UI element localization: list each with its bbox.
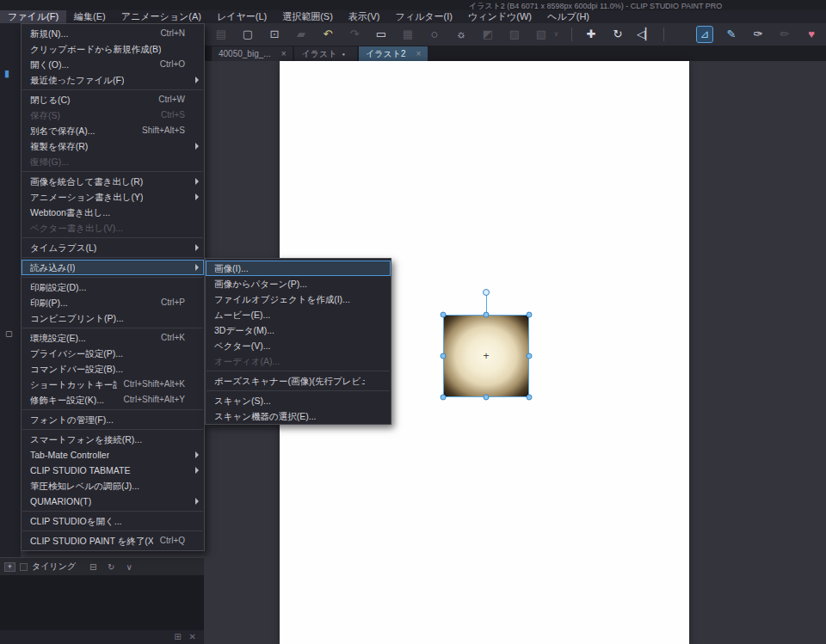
marquee-select-icon[interactable]: ▭	[373, 27, 389, 42]
file-menu-item[interactable]: ショートカットキー設定(H)... Ctrl+Shift+Alt+K	[22, 377, 204, 392]
file-menu-item	[22, 429, 203, 430]
file-menu-item[interactable]: CLIP STUDIO PAINT を終了(X) Ctrl+Q	[22, 533, 204, 549]
file-menu-item[interactable]: CLIP STUDIOを開く...	[22, 513, 204, 529]
menu-item-shortcut	[178, 174, 185, 189]
tiling-checkbox[interactable]	[20, 563, 28, 571]
menu-animation[interactable]: アニメーション(A)	[114, 10, 209, 23]
menu-layer[interactable]: レイヤー(L)	[209, 10, 274, 23]
file-menu-item[interactable]: 別名で保存(A)... Shift+Alt+S	[22, 123, 204, 138]
file-menu-item[interactable]: Webtoon書き出し...	[22, 205, 204, 220]
selected-image-object[interactable]: +	[443, 315, 529, 397]
menu-edit[interactable]: 編集(E)	[66, 10, 114, 23]
file-menu-dropdown: 新規(N)... Ctrl+N クリップボードから新規作成(B) 開く(O)..…	[21, 23, 205, 551]
file-menu-item[interactable]: 修飾キー設定(K)... Ctrl+Shift+Alt+Y	[22, 392, 204, 408]
file-menu-item[interactable]: 新規(N)... Ctrl+N	[22, 26, 204, 41]
file-menu-item[interactable]: 最近使ったファイル(F)	[22, 72, 204, 88]
rotate-icon[interactable]: ↻	[610, 27, 626, 42]
file-menu-item[interactable]: スマートフォンを接続(R)...	[22, 432, 204, 447]
move-icon[interactable]: ✚	[583, 27, 599, 42]
menu-item-label: スキャン機器の選択(E)...	[214, 408, 316, 424]
delete-icon[interactable]: ✕	[189, 632, 196, 641]
handle-middle-right[interactable]	[527, 353, 533, 359]
lasso-circle-icon[interactable]: ◌	[427, 27, 442, 42]
file-menu-item-import[interactable]: 読み込み(I)	[22, 260, 204, 275]
mask-icon: ◩	[480, 27, 496, 42]
menu-item-shortcut: Ctrl+Shift+Alt+Y	[117, 392, 185, 408]
pen-tool-icon[interactable]: ✎	[724, 27, 739, 42]
menu-view[interactable]: 表示(V)	[341, 10, 388, 23]
file-menu-item[interactable]: 画像を統合して書き出し(R)	[22, 174, 204, 189]
file-menu-item[interactable]: 印刷設定(D)...	[22, 279, 204, 295]
file-menu-item[interactable]: フォントの管理(F)...	[22, 412, 204, 427]
import-submenu-item[interactable]: ベクター(V)...	[206, 338, 391, 353]
file-menu-item[interactable]: アニメーション書き出し(Y)	[22, 189, 204, 205]
import-submenu-item[interactable]: スキャン(S)...	[206, 393, 391, 408]
menu-item-label: 別名で保存(A)...	[30, 123, 96, 138]
new-item-icon[interactable]: ⊞	[174, 632, 181, 641]
tab-illust2[interactable]: イラスト2 ×	[359, 46, 428, 61]
menu-item-label: スマートフォンを接続(R)...	[30, 432, 142, 447]
marker-tool-icon[interactable]: ✑	[750, 27, 766, 42]
import-submenu-item[interactable]: ファイルオブジェクトを作成(I)...	[206, 291, 391, 307]
handle-middle-left[interactable]	[441, 353, 447, 359]
menu-item-shortcut	[196, 429, 203, 430]
figure-tool-icon[interactable]: ⊿	[697, 27, 712, 42]
file-menu-item	[22, 89, 203, 90]
handle-bottom-center[interactable]	[484, 395, 490, 401]
file-menu-item[interactable]: タイムラプス(L)	[22, 240, 204, 255]
frame-icon[interactable]: ⊡	[267, 27, 282, 42]
heart-icon[interactable]: ♥	[804, 27, 819, 42]
file-menu-item[interactable]: CLIP STUDIO TABMATE	[22, 463, 204, 478]
tab-label: イラスト	[301, 48, 336, 60]
menu-selection[interactable]: 選択範囲(S)	[274, 10, 341, 23]
menu-help[interactable]: ヘルプ(H)	[539, 10, 597, 23]
import-submenu-item[interactable]: ポーズスキャナー(画像)(先行プレビュー)(B)...	[206, 373, 391, 389]
handle-bottom-right[interactable]	[527, 395, 533, 401]
import-submenu-item-image[interactable]: 画像(I)...	[206, 261, 391, 276]
import-submenu-item[interactable]: 画像からパターン(P)...	[206, 276, 391, 291]
import-submenu-item[interactable]: スキャン機器の選択(E)...	[206, 408, 391, 424]
file-menu-item[interactable]: プライバシー設定(P)...	[22, 346, 204, 361]
tiling-refresh-icon[interactable]: ↻	[105, 562, 117, 572]
palette-accent-icon[interactable]: ▮	[4, 68, 9, 79]
file-menu-item[interactable]: 環境設定(E)... Ctrl+K	[22, 330, 204, 346]
handle-top-right[interactable]	[527, 312, 533, 318]
handle-top-left[interactable]	[441, 312, 447, 318]
tiling-grid-icon[interactable]: ⊟	[87, 562, 99, 572]
tab-close-icon[interactable]: ×	[416, 49, 422, 58]
import-submenu-item[interactable]: ムービー(E)...	[206, 307, 391, 322]
tiling-panel-body[interactable]	[0, 575, 204, 630]
menu-window[interactable]: ウィンドウ(W)	[460, 10, 539, 23]
menu-file[interactable]: ファイル(F)	[0, 10, 66, 23]
menu-item-label: 筆圧検知レベルの調節(J)...	[30, 478, 139, 494]
blend-icon[interactable]: ☼	[453, 27, 469, 42]
tiling-add-button[interactable]: +	[4, 562, 15, 572]
menu-item-label: CLIP STUDIO TABMATE	[30, 463, 131, 478]
file-menu-item[interactable]: 印刷(P)... Ctrl+P	[22, 295, 204, 310]
file-menu-item[interactable]: コマンドバー設定(B)...	[22, 361, 204, 377]
import-submenu-item[interactable]: 3Dデータ(M)...	[206, 322, 391, 338]
file-menu-item[interactable]: Tab-Mate Controller	[22, 447, 204, 463]
file-menu-item	[22, 328, 203, 328]
tab-illust[interactable]: イラスト ●	[294, 46, 357, 61]
menu-item-shortcut	[365, 276, 372, 291]
undo-icon[interactable]: ↶	[320, 27, 336, 42]
handle-bottom-left[interactable]	[441, 395, 447, 401]
tiling-caret-icon[interactable]: ∨	[123, 562, 135, 572]
flip-icon[interactable]: ◁▏	[637, 27, 652, 42]
file-menu-item[interactable]: クリップボードから新規作成(B)	[22, 41, 204, 57]
rotation-handle[interactable]	[483, 289, 490, 296]
file-menu-item[interactable]: 開く(O)... Ctrl+O	[22, 57, 204, 72]
file-menu-item[interactable]: コンビニプリント(P)...	[22, 310, 204, 326]
file-menu-item[interactable]: 複製を保存(R)	[22, 138, 204, 154]
new-canvas-icon[interactable]: ▢	[240, 27, 256, 42]
file-menu-item[interactable]: 閉じる(C) Ctrl+W	[22, 92, 204, 107]
tab-close-icon[interactable]: ×	[281, 49, 287, 58]
file-menu-item[interactable]: QUMARION(T)	[22, 494, 204, 509]
file-menu-item[interactable]: 筆圧検知レベルの調節(J)...	[22, 478, 204, 494]
handle-top-center[interactable]	[484, 312, 490, 318]
menu-filter[interactable]: フィルター(I)	[388, 10, 460, 23]
tab-label: 40050_big_...	[219, 49, 271, 58]
tab-40050-big[interactable]: 40050_big_... ×	[212, 46, 293, 61]
palette-tool-icon[interactable]: ▢	[5, 329, 13, 338]
